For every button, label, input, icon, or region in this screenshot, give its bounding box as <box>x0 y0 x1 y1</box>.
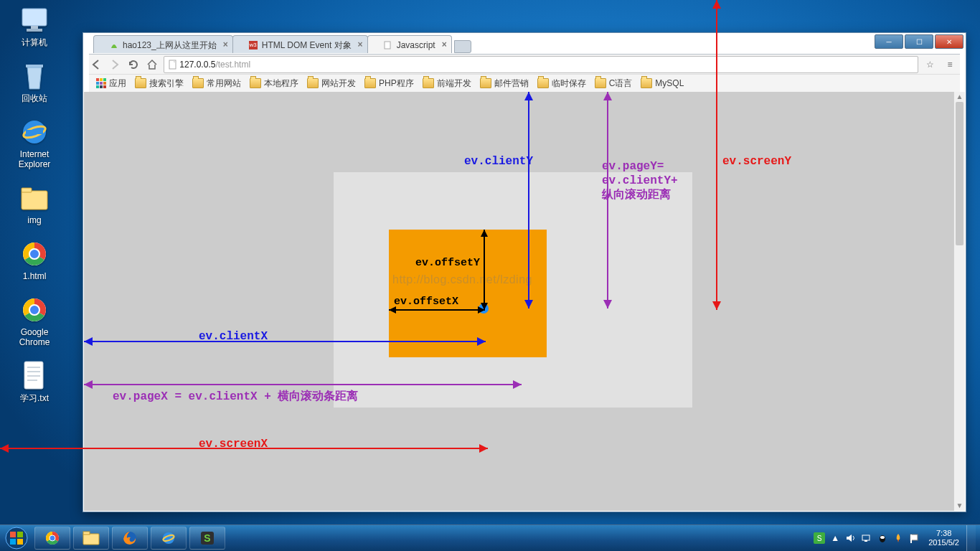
desktop-icon-label: 计算机 <box>7 37 62 47</box>
folder-icon <box>641 78 652 88</box>
tab-label: Javascript <box>397 40 435 50</box>
bookmark-folder[interactable]: 搜索引擎 <box>132 76 187 91</box>
desktop-icon-ie[interactable]: Internet Explorer <box>7 116 62 169</box>
folder-icon <box>250 78 261 88</box>
tray-rocket-icon[interactable] <box>892 532 904 544</box>
event-point-dot <box>479 303 489 314</box>
system-tray: S ▲ 7:38 2015/5/2 <box>814 525 980 551</box>
scroll-thumb[interactable] <box>956 102 963 245</box>
apps-label: 应用 <box>109 77 126 90</box>
tab-close-icon[interactable]: × <box>442 39 447 50</box>
bookmark-folder[interactable]: MySQL <box>638 77 687 90</box>
svg-rect-49 <box>10 539 16 545</box>
bookmark-folder[interactable]: PHP程序 <box>362 76 417 91</box>
taskbar-app-firefox[interactable] <box>112 527 148 550</box>
url-input[interactable]: 127.0.0.5/test.html <box>164 56 918 73</box>
svg-rect-48 <box>17 532 23 537</box>
svg-rect-50 <box>17 539 23 545</box>
clock-date: 2015/5/2 <box>928 538 959 547</box>
svg-point-52 <box>50 535 55 541</box>
label-clientx: ev.clientX <box>199 330 268 343</box>
tab-hao123[interactable]: hao123_上网从这里开始 × <box>93 35 233 53</box>
bookmark-folder[interactable]: C语言 <box>592 76 636 91</box>
close-button[interactable]: ✕ <box>935 34 963 49</box>
tab-strip: hao123_上网从这里开始 × w3 HTML DOM Event 对象 × … <box>93 37 471 53</box>
clock-time: 7:38 <box>928 529 959 538</box>
bookmark-label: 搜索引擎 <box>149 77 184 90</box>
forward-button[interactable] <box>108 57 122 72</box>
bookmark-folder[interactable]: 前端开发 <box>420 76 474 91</box>
scroll-down-icon[interactable]: ▼ <box>954 501 965 511</box>
taskbar-app-ie[interactable] <box>151 527 187 550</box>
apps-button[interactable]: 应用 <box>93 76 129 91</box>
taskbar-app-sogou[interactable]: S <box>189 527 225 550</box>
back-button[interactable] <box>89 57 103 72</box>
reload-button[interactable] <box>126 57 141 72</box>
svg-rect-63 <box>864 540 867 542</box>
menu-button[interactable]: ≡ <box>943 57 957 72</box>
bookmark-folder[interactable]: 邮件营销 <box>477 76 532 91</box>
desktop-icons: 计算机 回收站 Internet Explorer img 1.html Goo… <box>7 4 62 416</box>
svg-text:S: S <box>817 534 822 542</box>
desktop-icon-textfile[interactable]: 学习.txt <box>7 360 62 403</box>
bookmark-star-button[interactable]: ☆ <box>923 57 937 72</box>
bookmark-folder[interactable]: 常用网站 <box>189 76 244 91</box>
start-button[interactable] <box>0 525 33 551</box>
tab-close-icon[interactable]: × <box>358 39 363 50</box>
tab-close-icon[interactable]: × <box>223 39 228 50</box>
desktop-icon-recycle-bin[interactable]: 回收站 <box>7 60 62 103</box>
tab-label: HTML DOM Event 对象 <box>262 39 352 52</box>
taskbar-clock[interactable]: 7:38 2015/5/2 <box>928 529 959 547</box>
tray-volume-icon[interactable] <box>845 532 857 544</box>
svg-rect-7 <box>22 191 47 209</box>
folder-icon <box>537 78 549 88</box>
tab-javascript[interactable]: Javascript × <box>367 35 452 53</box>
show-desktop-button[interactable] <box>966 525 976 551</box>
label-pagey: ev.pageY= ev.clientY+ 纵向滚动距离 <box>602 159 678 202</box>
desktop-icon-label: 1.html <box>7 271 62 281</box>
desktop-icon-img-folder[interactable]: img <box>7 182 62 225</box>
label-offsetx: ev.offsetX <box>394 296 458 308</box>
svg-rect-15 <box>24 362 43 389</box>
bookmark-label: 前端开发 <box>437 77 471 90</box>
desktop-icon-1html[interactable]: 1.html <box>7 238 62 281</box>
favicon-w3: w3 <box>249 41 258 50</box>
folder-icon <box>480 78 491 88</box>
label-offsety: ev.offsetY <box>415 257 480 269</box>
maximize-button[interactable]: ☐ <box>905 34 933 49</box>
window-controls: ─ ☐ ✕ <box>873 34 963 49</box>
tray-flag-icon[interactable] <box>908 532 920 544</box>
address-bar-row: 127.0.0.5/test.html ☆ ≡ <box>89 54 960 75</box>
bookmarks-bar: 应用 搜索引擎 常用网站 本地程序 网站开发 PHP程序 前端开发 邮件营销 临… <box>89 74 960 93</box>
svg-rect-1 <box>31 26 38 29</box>
scroll-up-icon[interactable]: ▲ <box>954 92 965 102</box>
taskbar-app-chrome[interactable] <box>34 527 70 550</box>
vertical-scrollbar[interactable]: ▲ ▼ <box>953 92 965 511</box>
new-tab-button[interactable] <box>454 40 471 53</box>
page-icon <box>169 60 177 70</box>
tray-chevron-icon[interactable]: ▲ <box>829 532 841 544</box>
tray-ime-icon[interactable]: S <box>814 532 825 544</box>
tray-qq-icon[interactable] <box>877 532 888 544</box>
minimize-button[interactable]: ─ <box>875 34 903 49</box>
bookmark-folder[interactable]: 临时保存 <box>534 76 589 91</box>
taskbar-app-explorer[interactable] <box>73 527 109 550</box>
tray-network-icon[interactable] <box>861 532 872 544</box>
tab-w3[interactable]: w3 HTML DOM Event 对象 × <box>232 35 368 53</box>
url-path: /test.html <box>215 60 250 70</box>
bookmark-folder[interactable]: 网站开发 <box>304 76 359 91</box>
bookmark-folder[interactable]: 本地程序 <box>247 76 301 91</box>
inner-box <box>389 230 547 357</box>
folder-icon <box>364 78 376 88</box>
folder-icon <box>307 78 319 88</box>
desktop-icon-chrome[interactable]: Google Chrome <box>7 294 62 347</box>
svg-marker-35 <box>603 92 612 100</box>
label-screenx: ev.screenX <box>199 438 268 451</box>
desktop-icon-computer[interactable]: 计算机 <box>7 4 62 47</box>
svg-marker-38 <box>84 380 93 389</box>
desktop-icon-label: Internet Explorer <box>7 149 62 169</box>
home-button[interactable] <box>145 57 159 72</box>
bookmark-label: 网站开发 <box>321 77 356 90</box>
desktop-icon-label: 回收站 <box>7 93 62 103</box>
desktop-icon-label: Google Chrome <box>7 327 62 347</box>
